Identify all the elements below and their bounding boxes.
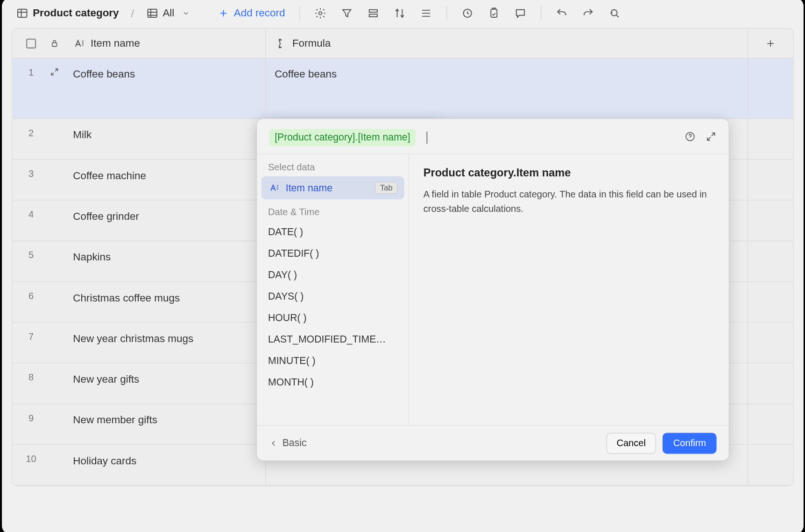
picker-item-item-name[interactable]: Item name Tab xyxy=(261,176,404,200)
search-button[interactable] xyxy=(604,4,625,22)
cell-item-name[interactable]: Coffee beans xyxy=(73,58,266,119)
help-button[interactable] xyxy=(685,131,696,144)
expand-row-button[interactable] xyxy=(49,58,73,119)
picker-item-function[interactable]: MONTH( ) xyxy=(257,372,409,393)
formula-picker-body: Select data Item name Tab Date & Time DA… xyxy=(257,154,728,425)
cancel-button[interactable]: Cancel xyxy=(606,433,656,454)
column-header-item-name[interactable]: Item name xyxy=(73,28,266,58)
toolbar-divider xyxy=(446,6,447,21)
row-number: 8 xyxy=(12,364,49,404)
grid-view-icon xyxy=(146,7,158,19)
cell-spacer xyxy=(748,404,793,444)
checkbox-icon xyxy=(26,38,35,48)
cell-spacer xyxy=(748,160,793,200)
undo-icon xyxy=(555,7,567,19)
row-number: 10 xyxy=(12,445,49,485)
svg-rect-0 xyxy=(17,9,26,17)
cell-spacer xyxy=(748,323,793,363)
formula-icon xyxy=(275,37,287,49)
expand-row-button xyxy=(49,445,73,485)
formula-footer: Basic Cancel Confirm xyxy=(257,425,728,461)
cell-item-name[interactable]: New member gifts xyxy=(73,404,266,444)
cell-spacer xyxy=(748,58,793,119)
row-number: 3 xyxy=(12,160,49,200)
select-all-cell[interactable] xyxy=(12,28,49,58)
comment-icon xyxy=(514,7,526,19)
svg-point-9 xyxy=(686,132,694,140)
add-record-button[interactable]: Add record xyxy=(212,4,289,22)
picker-item-function[interactable]: DATEDIF( ) xyxy=(257,243,409,264)
expand-row-button xyxy=(49,323,73,363)
cell-item-name[interactable]: Holiday cards xyxy=(73,445,266,485)
redo-button[interactable] xyxy=(578,4,599,22)
clipboard-button[interactable] xyxy=(483,4,504,22)
column-header-formula[interactable]: Formula xyxy=(266,28,748,58)
picker-item-function[interactable]: DAYS( ) xyxy=(257,286,409,307)
svg-rect-8 xyxy=(52,43,56,47)
row-number: 4 xyxy=(12,201,49,241)
row-number: 5 xyxy=(12,241,49,281)
formula-token-text: [Product category].[Item name] xyxy=(275,132,410,143)
group-button[interactable] xyxy=(362,4,383,22)
cell-formula[interactable]: Coffee beans xyxy=(266,58,748,119)
sort-button[interactable] xyxy=(389,4,410,22)
filter-button[interactable] xyxy=(336,4,357,22)
text-cursor xyxy=(426,131,427,143)
cell-spacer xyxy=(748,445,793,485)
formula-token-chip[interactable]: [Product category].[Item name] xyxy=(269,129,416,146)
group-label-date-time: Date & Time xyxy=(257,199,409,221)
picker-item-function[interactable]: LAST_MODIFIED_TIME… xyxy=(257,329,409,350)
svg-rect-3 xyxy=(369,10,377,12)
gear-icon xyxy=(314,7,326,19)
detail-description: A field in table Product category. The d… xyxy=(423,187,714,217)
chevron-left-icon xyxy=(269,439,278,448)
table-title-button[interactable]: Product category xyxy=(12,4,123,22)
column-label: Formula xyxy=(292,37,330,49)
reminder-button[interactable] xyxy=(457,4,478,22)
sort-icon xyxy=(393,7,405,19)
svg-rect-1 xyxy=(148,9,156,17)
toolbar: Product category / All Add record xyxy=(2,0,804,28)
comment-button[interactable] xyxy=(509,4,530,22)
lock-indicator xyxy=(49,28,73,58)
cell-spacer xyxy=(748,201,793,241)
row-number: 1 xyxy=(12,58,49,119)
table-title: Product category xyxy=(33,7,119,19)
view-selector[interactable]: All xyxy=(141,4,196,22)
picker-item-function[interactable]: MINUTE( ) xyxy=(257,350,409,372)
picker-item-function[interactable]: DAY( ) xyxy=(257,264,409,286)
expand-button[interactable] xyxy=(705,131,716,144)
text-field-icon xyxy=(268,182,280,194)
clock-icon xyxy=(461,7,473,19)
cell-item-name[interactable]: Coffee grinder xyxy=(73,201,266,241)
cell-item-name[interactable]: New year gifts xyxy=(73,364,266,404)
undo-button[interactable] xyxy=(551,4,572,22)
expand-row-button xyxy=(49,404,73,444)
row-number: 6 xyxy=(12,282,49,322)
row-height-button[interactable] xyxy=(416,4,437,22)
cell-spacer xyxy=(748,282,793,322)
picker-item-function[interactable]: DATE( ) xyxy=(257,221,409,243)
expand-row-button xyxy=(49,282,73,322)
cell-item-name[interactable]: Napkins xyxy=(73,241,266,281)
search-icon xyxy=(608,7,621,19)
add-record-label: Add record xyxy=(233,7,285,19)
confirm-button[interactable]: Confirm xyxy=(663,433,716,454)
plus-icon xyxy=(217,7,229,19)
back-label: Basic xyxy=(282,437,306,449)
picker-item-function[interactable]: HOUR( ) xyxy=(257,308,409,329)
row-number: 2 xyxy=(12,119,49,159)
svg-point-2 xyxy=(318,12,321,14)
cell-item-name[interactable]: New year christmas mugs xyxy=(73,323,266,363)
cell-item-name[interactable]: Milk xyxy=(73,119,266,159)
row-height-icon xyxy=(420,7,432,19)
table-row[interactable]: 1 Coffee beans Coffee beans xyxy=(12,58,793,119)
settings-button[interactable] xyxy=(310,4,331,22)
add-column-button[interactable] xyxy=(748,28,793,58)
text-field-icon xyxy=(73,37,85,49)
cell-item-name[interactable]: Coffee machine xyxy=(73,160,266,200)
formula-picker-list[interactable]: Select data Item name Tab Date & Time DA… xyxy=(257,154,409,425)
back-to-basic-button[interactable]: Basic xyxy=(269,437,306,449)
cell-item-name[interactable]: Christmas coffee mugs xyxy=(73,282,266,322)
svg-rect-6 xyxy=(491,9,497,17)
